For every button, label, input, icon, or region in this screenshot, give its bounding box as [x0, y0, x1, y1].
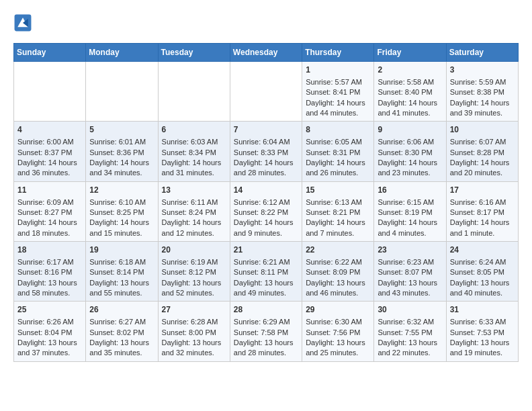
sunset-text: Sunset: 8:21 PM: [306, 208, 360, 216]
day-number: 22: [306, 244, 370, 256]
sunrise-text: Sunrise: 6:11 AM: [162, 198, 218, 206]
calendar-cell: 20Sunrise: 6:19 AMSunset: 8:12 PMDayligh…: [158, 242, 230, 302]
sunrise-text: Sunrise: 6:16 AM: [450, 198, 506, 206]
sunrise-text: Sunrise: 6:05 AM: [306, 138, 362, 146]
sunrise-text: Sunrise: 6:28 AM: [162, 318, 218, 326]
calendar-cell: [158, 62, 230, 122]
weekday-header-wednesday: Wednesday: [230, 44, 302, 62]
daylight-text: Daylight: 14 hours and 12 minutes.: [162, 218, 222, 236]
sunrise-text: Sunrise: 6:21 AM: [234, 258, 290, 266]
day-number: 8: [306, 124, 370, 136]
weekday-header-friday: Friday: [374, 44, 446, 62]
calendar-cell: 22Sunrise: 6:22 AMSunset: 8:09 PMDayligh…: [302, 242, 374, 302]
daylight-text: Daylight: 14 hours and 34 minutes.: [89, 158, 149, 177]
daylight-text: Daylight: 14 hours and 28 minutes.: [234, 158, 294, 177]
calendar-cell: [86, 62, 158, 122]
sunset-text: Sunset: 8:00 PM: [162, 328, 216, 336]
sunrise-text: Sunrise: 5:57 AM: [306, 78, 362, 86]
sunrise-text: Sunrise: 6:15 AM: [378, 198, 434, 206]
calendar-cell: 4Sunrise: 6:00 AMSunset: 8:37 PMDaylight…: [14, 122, 86, 181]
day-number: 23: [378, 244, 442, 256]
daylight-text: Daylight: 13 hours and 46 minutes.: [306, 279, 365, 297]
daylight-text: Daylight: 13 hours and 19 minutes.: [450, 338, 510, 357]
calendar-cell: 30Sunrise: 6:32 AMSunset: 7:55 PMDayligh…: [374, 302, 446, 361]
daylight-text: Daylight: 13 hours and 40 minutes.: [450, 279, 510, 297]
daylight-text: Daylight: 14 hours and 31 minutes.: [162, 158, 222, 177]
calendar-cell: 16Sunrise: 6:15 AMSunset: 8:19 PMDayligh…: [374, 181, 446, 241]
day-number: 19: [89, 244, 154, 256]
daylight-text: Daylight: 14 hours and 20 minutes.: [450, 158, 510, 177]
daylight-text: Daylight: 14 hours and 39 minutes.: [450, 99, 510, 117]
daylight-text: Daylight: 14 hours and 44 minutes.: [306, 99, 365, 117]
sunrise-text: Sunrise: 6:18 AM: [89, 258, 146, 266]
sunrise-text: Sunrise: 6:33 AM: [450, 318, 506, 326]
sunrise-text: Sunrise: 6:13 AM: [306, 198, 362, 206]
week-row-1: 1Sunrise: 5:57 AMSunset: 8:41 PMDaylight…: [14, 62, 519, 122]
sunset-text: Sunset: 8:04 PM: [17, 328, 72, 336]
calendar-cell: 26Sunrise: 6:27 AMSunset: 8:02 PMDayligh…: [86, 302, 158, 361]
sunrise-text: Sunrise: 6:19 AM: [162, 258, 218, 266]
calendar-cell: 12Sunrise: 6:10 AMSunset: 8:25 PMDayligh…: [86, 181, 158, 241]
sunset-text: Sunset: 8:14 PM: [89, 268, 144, 276]
sunrise-text: Sunrise: 6:09 AM: [17, 198, 74, 206]
page-header: [13, 13, 519, 32]
sunrise-text: Sunrise: 6:32 AM: [378, 318, 434, 326]
day-number: 15: [306, 185, 370, 196]
calendar-cell: 15Sunrise: 6:13 AMSunset: 8:21 PMDayligh…: [302, 181, 374, 241]
calendar-cell: 18Sunrise: 6:17 AMSunset: 8:16 PMDayligh…: [14, 242, 86, 302]
calendar-cell: 17Sunrise: 6:16 AMSunset: 8:17 PMDayligh…: [446, 181, 518, 241]
calendar-table: SundayMondayTuesdayWednesdayThursdayFrid…: [13, 43, 519, 362]
day-number: 12: [89, 185, 154, 196]
day-number: 30: [378, 304, 442, 316]
sunrise-text: Sunrise: 5:58 AM: [378, 78, 434, 86]
sunset-text: Sunset: 8:28 PM: [450, 148, 504, 156]
day-number: 5: [89, 124, 154, 136]
sunset-text: Sunset: 8:11 PM: [234, 268, 288, 276]
sunrise-text: Sunrise: 6:12 AM: [234, 198, 290, 206]
sunset-text: Sunset: 8:05 PM: [450, 268, 504, 276]
week-row-2: 4Sunrise: 6:00 AMSunset: 8:37 PMDaylight…: [14, 122, 519, 181]
daylight-text: Daylight: 14 hours and 1 minute.: [450, 218, 510, 236]
day-number: 13: [162, 185, 226, 196]
calendar-cell: [230, 62, 302, 122]
day-number: 18: [17, 244, 82, 256]
sunrise-text: Sunrise: 6:29 AM: [234, 318, 290, 326]
daylight-text: Daylight: 14 hours and 9 minutes.: [234, 218, 294, 236]
calendar-cell: [14, 62, 86, 122]
sunset-text: Sunset: 8:24 PM: [162, 208, 216, 216]
sunset-text: Sunset: 8:09 PM: [306, 268, 360, 276]
day-number: 10: [450, 124, 515, 136]
sunrise-text: Sunrise: 6:00 AM: [17, 138, 74, 146]
weekday-header-monday: Monday: [86, 44, 158, 62]
sunrise-text: Sunrise: 6:04 AM: [234, 138, 290, 146]
sunrise-text: Sunrise: 6:07 AM: [450, 138, 506, 146]
daylight-text: Daylight: 13 hours and 25 minutes.: [306, 338, 365, 357]
sunset-text: Sunset: 8:34 PM: [162, 148, 216, 156]
daylight-text: Daylight: 14 hours and 26 minutes.: [306, 158, 365, 177]
daylight-text: Daylight: 14 hours and 23 minutes.: [378, 158, 437, 177]
sunset-text: Sunset: 8:30 PM: [378, 148, 432, 156]
sunset-text: Sunset: 8:40 PM: [378, 88, 432, 96]
calendar-cell: 31Sunrise: 6:33 AMSunset: 7:53 PMDayligh…: [446, 302, 518, 361]
daylight-text: Daylight: 13 hours and 43 minutes.: [378, 279, 437, 297]
logo-icon: [13, 13, 32, 32]
sunrise-text: Sunrise: 6:22 AM: [306, 258, 362, 266]
calendar-cell: 8Sunrise: 6:05 AMSunset: 8:31 PMDaylight…: [302, 122, 374, 181]
day-number: 2: [378, 64, 442, 76]
daylight-text: Daylight: 13 hours and 22 minutes.: [378, 338, 437, 357]
sunset-text: Sunset: 8:16 PM: [17, 268, 72, 276]
day-number: 1: [306, 64, 370, 76]
day-number: 26: [89, 304, 154, 316]
calendar-cell: 10Sunrise: 6:07 AMSunset: 8:28 PMDayligh…: [446, 122, 518, 181]
sunrise-text: Sunrise: 6:03 AM: [162, 138, 218, 146]
daylight-text: Daylight: 13 hours and 55 minutes.: [89, 279, 149, 297]
weekday-header-sunday: Sunday: [14, 44, 86, 62]
day-number: 3: [450, 64, 515, 76]
week-row-5: 25Sunrise: 6:26 AMSunset: 8:04 PMDayligh…: [14, 302, 519, 361]
calendar-cell: 11Sunrise: 6:09 AMSunset: 8:27 PMDayligh…: [14, 181, 86, 241]
sunset-text: Sunset: 8:22 PM: [234, 208, 288, 216]
week-row-4: 18Sunrise: 6:17 AMSunset: 8:16 PMDayligh…: [14, 242, 519, 302]
sunset-text: Sunset: 8:12 PM: [162, 268, 216, 276]
daylight-text: Daylight: 14 hours and 36 minutes.: [17, 158, 77, 177]
day-number: 24: [450, 244, 515, 256]
